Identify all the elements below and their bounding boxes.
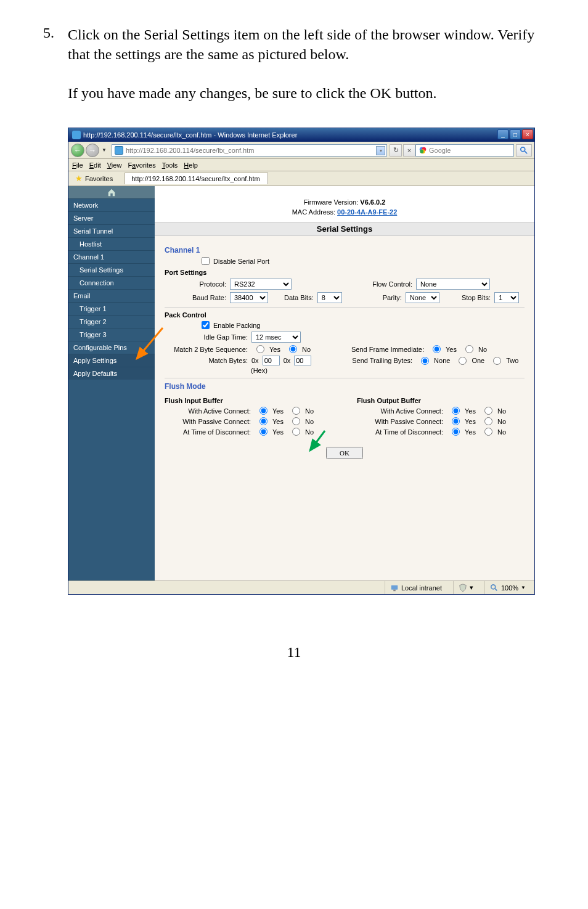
fob-atd-yes[interactable] bbox=[452, 428, 460, 436]
ie-icon bbox=[72, 131, 81, 139]
sidebar-item-serial-settings[interactable]: Serial Settings bbox=[68, 263, 155, 276]
zoom-icon bbox=[490, 584, 499, 592]
no-label: No bbox=[302, 346, 311, 353]
flow-label: Flow Control: bbox=[320, 280, 412, 288]
baud-select[interactable]: 38400 bbox=[230, 292, 268, 303]
fib-atd-yes[interactable] bbox=[259, 428, 267, 436]
protocol-label: Protocol: bbox=[165, 280, 226, 288]
protocol-select[interactable]: RS232 bbox=[230, 279, 292, 290]
fob-atd-no[interactable] bbox=[484, 428, 492, 436]
sidebar-item-hostlist[interactable]: Hostlist bbox=[68, 237, 155, 250]
minimize-button[interactable]: _ bbox=[497, 129, 508, 139]
sidebar-item-apply-defaults[interactable]: Apply Defaults bbox=[68, 367, 155, 380]
maximize-button[interactable]: □ bbox=[510, 129, 521, 139]
fob-wpc-yes[interactable] bbox=[452, 417, 460, 425]
databits-select[interactable]: 8 bbox=[317, 292, 342, 303]
menu-tools[interactable]: Tools bbox=[162, 161, 178, 169]
svg-rect-11 bbox=[393, 589, 396, 591]
fib-atd-label: At Time of Disconnect: bbox=[165, 428, 251, 436]
stopbits-label: Stop Bits: bbox=[462, 294, 491, 301]
stb-none-radio[interactable] bbox=[421, 357, 429, 365]
stopbits-select[interactable]: 1 bbox=[494, 292, 519, 303]
menu-help[interactable]: Help bbox=[184, 161, 198, 169]
sfi-label: Send Frame Immediate: bbox=[351, 346, 424, 353]
enable-packing-label: Enable Packing bbox=[213, 322, 260, 329]
svg-point-4 bbox=[521, 147, 525, 151]
window-title: http://192.168.200.114/secure/ltx_conf.h… bbox=[83, 131, 297, 139]
sidebar-item-server[interactable]: Server bbox=[68, 211, 155, 224]
sfi-yes-radio[interactable] bbox=[433, 345, 441, 353]
stb-one-radio[interactable] bbox=[459, 357, 467, 365]
sidebar-item-network[interactable]: Network bbox=[68, 198, 155, 211]
sidebar-item-apply-settings[interactable]: Apply Settings bbox=[68, 354, 155, 367]
search-box[interactable]: Google bbox=[415, 144, 514, 157]
menu-file[interactable]: File bbox=[72, 161, 83, 169]
hex-prefix-1: 0x bbox=[251, 357, 259, 364]
google-icon bbox=[419, 146, 427, 155]
fib-atd-no[interactable] bbox=[292, 428, 300, 436]
hex-note: (Hex) bbox=[251, 367, 267, 374]
sidebar-item-connection[interactable]: Connection bbox=[68, 276, 155, 289]
sidebar-item-email[interactable]: Email bbox=[68, 289, 155, 302]
flush-mode-heading: Flush Mode bbox=[165, 382, 525, 391]
fib-wac-no[interactable] bbox=[292, 407, 300, 415]
browser-tab[interactable]: http://192.168.200.114/secure/ltx_conf.h… bbox=[125, 173, 268, 184]
channel-heading: Channel 1 bbox=[165, 246, 525, 255]
ok-button[interactable]: OK bbox=[326, 447, 363, 459]
menu-edit[interactable]: Edit bbox=[89, 161, 101, 169]
fob-wac-yes[interactable] bbox=[452, 407, 460, 415]
fib-wpc-no[interactable] bbox=[292, 417, 300, 425]
refresh-button[interactable]: ↻ bbox=[390, 144, 402, 157]
sidebar-item-channel-1[interactable]: Channel 1 bbox=[68, 250, 155, 263]
stop-button[interactable]: × bbox=[403, 144, 415, 157]
fob-atd-label: At Time of Disconnect: bbox=[357, 428, 443, 436]
menu-bar: File Edit View Favorites Tools Help bbox=[68, 159, 534, 171]
n4: No bbox=[497, 407, 506, 415]
protected-drop[interactable]: ▾ bbox=[470, 584, 473, 592]
no-label-2: No bbox=[478, 346, 487, 353]
y1: Yes bbox=[272, 407, 284, 415]
menu-view[interactable]: View bbox=[107, 161, 122, 169]
nav-history-drop[interactable]: ▼ bbox=[99, 147, 109, 153]
fib-wac-yes[interactable] bbox=[259, 407, 267, 415]
fob-wpc-no[interactable] bbox=[484, 417, 492, 425]
sidebar-item-serial-tunnel[interactable]: Serial Tunnel bbox=[68, 224, 155, 237]
disable-serial-checkbox[interactable] bbox=[202, 257, 210, 265]
y6: Yes bbox=[465, 428, 476, 436]
close-button[interactable]: × bbox=[522, 129, 533, 139]
m2b-yes-radio[interactable] bbox=[256, 345, 264, 353]
parity-select[interactable]: None bbox=[406, 292, 439, 303]
enable-packing-checkbox[interactable] bbox=[202, 321, 210, 329]
y2: Yes bbox=[272, 418, 284, 425]
match-byte-2[interactable] bbox=[294, 356, 311, 365]
sidebar-home[interactable] bbox=[68, 186, 155, 198]
sidebar-item-configurable-pins[interactable]: Configurable Pins bbox=[68, 341, 155, 354]
menu-favorites[interactable]: Favorites bbox=[128, 161, 155, 169]
fob-wac-no[interactable] bbox=[484, 407, 492, 415]
search-button[interactable] bbox=[516, 144, 532, 157]
back-button[interactable]: ← bbox=[71, 144, 84, 157]
zoom-control[interactable]: 100% ▼ bbox=[484, 581, 531, 594]
flow-select[interactable]: None bbox=[416, 279, 490, 290]
step-text: Click on the Serial Settings item on the… bbox=[68, 25, 545, 65]
mac-value-link[interactable]: 00-20-4A-A9-FE-22 bbox=[337, 208, 397, 216]
address-bar[interactable]: http://192.168.200.114/secure/ltx_conf.h… bbox=[112, 144, 387, 157]
stb-two-radio[interactable] bbox=[493, 357, 501, 365]
shield-icon bbox=[459, 584, 467, 592]
favorites-label[interactable]: ★ Favorites bbox=[71, 172, 117, 185]
address-dropdown[interactable]: ▾ bbox=[376, 146, 385, 155]
match-byte-1[interactable] bbox=[263, 356, 280, 365]
sidebar-item-trigger-3[interactable]: Trigger 3 bbox=[68, 328, 155, 341]
forward-button[interactable]: → bbox=[86, 144, 99, 157]
m2b-no-radio[interactable] bbox=[289, 345, 297, 353]
disable-serial-label: Disable Serial Port bbox=[213, 258, 269, 265]
sfi-no-radio[interactable] bbox=[465, 345, 473, 353]
fib-wpc-yes[interactable] bbox=[259, 417, 267, 425]
search-provider: Google bbox=[429, 147, 451, 154]
sidebar-item-trigger-1[interactable]: Trigger 1 bbox=[68, 302, 155, 315]
yes-label: Yes bbox=[269, 346, 280, 353]
sidebar-item-trigger-2[interactable]: Trigger 2 bbox=[68, 315, 155, 328]
idle-gap-select[interactable]: 12 msec bbox=[251, 332, 301, 343]
m2b-label: Match 2 Byte Sequence: bbox=[165, 346, 248, 353]
window-titlebar: http://192.168.200.114/secure/ltx_conf.h… bbox=[68, 128, 534, 142]
